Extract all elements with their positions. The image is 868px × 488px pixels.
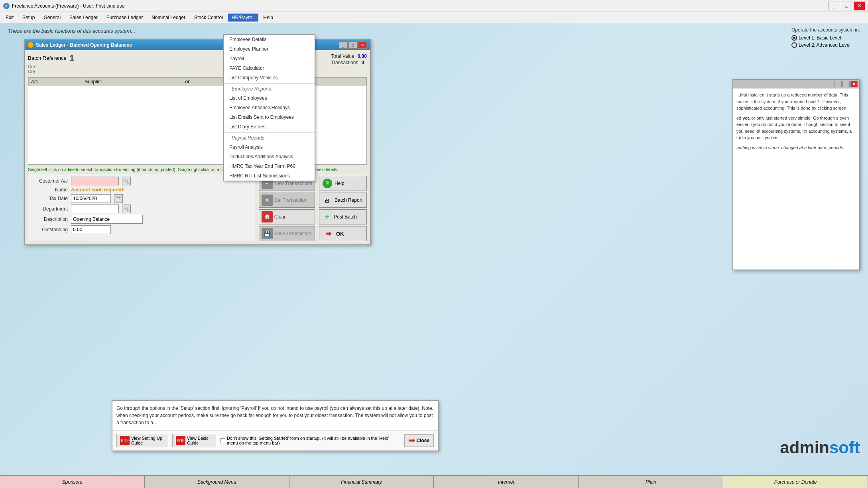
post-batch-icon: + — [323, 213, 331, 221]
maximize-button[interactable]: □ — [841, 2, 852, 10]
help-titlebar: _ □ ✕ — [733, 80, 859, 89]
sl-body: Batch Reference 1 Cre Cre Total Value 0.… — [25, 50, 370, 244]
close-button[interactable]: ✕ — [854, 2, 865, 10]
level1-radio[interactable] — [791, 35, 797, 41]
dropdown-list-employees[interactable]: List of Employees — [224, 93, 315, 103]
del-transaction-icon: ✕ — [262, 195, 273, 206]
menu-purchase[interactable]: Purchase Ledger — [102, 14, 147, 22]
dropdown-list-diary[interactable]: List Diary Entries — [224, 122, 315, 132]
sl-minimize[interactable]: _ — [339, 41, 348, 49]
outstanding-label: Outstanding — [28, 227, 68, 232]
printer-icon: 🖨 — [323, 195, 332, 205]
tax-date-input[interactable] — [71, 194, 111, 203]
gs-close-button[interactable]: ➡ Close — [404, 434, 434, 447]
dropdown-hmrc-p60[interactable]: HMRC Tax Year End Form P60 — [224, 161, 315, 171]
ok-label: OK — [336, 231, 344, 237]
help-win-maximize[interactable]: □ — [842, 81, 850, 87]
description-input[interactable] — [71, 215, 143, 224]
adminsoft-brand: adminsoft — [780, 438, 860, 457]
dropdown-paye-calc[interactable]: PAYE Calculator — [224, 63, 315, 73]
sl-window-icon — [28, 42, 33, 48]
sl-titlebar-left: Sales Ledger - Batched Opening Balances — [28, 42, 132, 48]
level2-label: Level 2: Advanced Level — [799, 42, 850, 48]
del-transaction-label: Del Transaction — [274, 197, 307, 203]
view-basic-label: View Basic Guide — [187, 436, 213, 445]
total-value: 0.00 — [358, 53, 367, 59]
sl-window-title: Sales Ledger - Batched Opening Balances — [36, 42, 132, 48]
sl-info-row: Batch Reference 1 Cre Cre Total Value 0.… — [28, 53, 367, 74]
dropdown-hmrc-rti[interactable]: HMRC RTI List Submissions — [224, 171, 315, 181]
title-bar-left: a Freelance Accounts (Freeware) - User: … — [3, 3, 126, 9]
dropdown-payroll-analysis[interactable]: Payroll Analysis — [224, 142, 315, 152]
menu-bar: Exit Setup General Sales Ledger Purchase… — [0, 12, 868, 23]
help-text-3: nothing is set in stone. changed at a la… — [736, 144, 856, 151]
dont-show-checkbox[interactable]: Don't show this 'Getting Started' form o… — [220, 436, 400, 445]
level1-label: Level 1: Basic Level — [799, 35, 841, 41]
view-setting-btn[interactable]: PDF View Setting Up Guide — [116, 434, 168, 447]
outstanding-input[interactable] — [71, 225, 111, 234]
batch-report-label: Batch Report — [335, 197, 362, 203]
view-basic-btn[interactable]: PDF View Basic Guide — [172, 434, 216, 447]
menu-general[interactable]: General — [39, 14, 65, 22]
department-search[interactable]: 🔍 — [122, 205, 131, 213]
transactions-value: 0 — [361, 60, 364, 65]
menu-hr[interactable]: HR/Payroll — [228, 14, 258, 22]
menu-setup[interactable]: Setup — [18, 14, 39, 22]
dropdown-payroll-reports-header: Payroll Reports — [224, 134, 315, 142]
dropdown-list-emails[interactable]: List Emails Sent to Employees — [224, 112, 315, 122]
clear-icon: 🗑 — [262, 211, 273, 222]
del-transaction-button[interactable]: ✕ Del Transaction — [259, 193, 315, 208]
taskbar-internet[interactable]: Internet — [434, 476, 579, 488]
taskbar-plain[interactable]: Plain — [579, 476, 723, 488]
taskbar-purchase[interactable]: Purchase or Donate — [723, 476, 868, 488]
main-content: These are the basic functions of this ac… — [0, 23, 868, 475]
dropdown-employee-planner[interactable]: Employee Planner — [224, 44, 315, 54]
sl-form: Customer A/c 🔍 Name Account code require… — [28, 174, 255, 241]
menu-exit[interactable]: Exit — [2, 14, 18, 22]
level2-option[interactable]: Level 2: Advanced Level — [791, 42, 860, 48]
sl-close[interactable]: ✕ — [358, 41, 367, 49]
form-and-buttons: Customer A/c 🔍 Name Account code require… — [28, 174, 367, 241]
menu-nominal[interactable]: Nominal Ledger — [148, 14, 189, 22]
help-button[interactable]: ? Help — [319, 176, 367, 191]
customer-ac-label: Customer A/c — [28, 178, 68, 184]
dropdown-employee-absence[interactable]: Employee Absence/Holidays — [224, 103, 315, 112]
level-options: Level 1: Basic Level Level 2: Advanced L… — [791, 35, 860, 48]
menu-stock[interactable]: Stock Control — [190, 14, 227, 22]
department-input[interactable] — [71, 205, 119, 213]
gs-close-label: Close — [416, 438, 429, 443]
help-win-close[interactable]: ✕ — [850, 81, 858, 87]
tax-date-label: Tax Date — [28, 196, 68, 201]
transactions-label: Transactions — [331, 60, 358, 65]
taskbar-sponsors[interactable]: Sponsors — [0, 476, 145, 488]
dropdown-payroll[interactable]: Payroll — [224, 54, 315, 63]
help-body: ...first installed it starts up a reduce… — [733, 89, 859, 270]
level2-radio[interactable] — [791, 42, 797, 48]
description-row: Description — [28, 215, 255, 224]
help-win-minimize[interactable]: _ — [835, 81, 842, 87]
clear-button[interactable]: 🗑 Clear — [259, 209, 315, 224]
batch-report-button[interactable]: 🖨 Batch Report — [319, 193, 367, 208]
col-supplier: Supplier — [82, 78, 183, 86]
level1-option[interactable]: Level 1: Basic Level — [791, 35, 860, 41]
minimize-button[interactable]: _ — [828, 2, 839, 10]
post-batch-button[interactable]: + Post Batch — [319, 209, 367, 224]
tax-date-picker[interactable]: 📅 — [114, 194, 123, 203]
save-transaction-button[interactable]: 💾 Save Transaction — [259, 226, 315, 241]
sl-table-container[interactable]: A/c Supplier on Outstanding — [28, 77, 367, 165]
ok-button[interactable]: ➡ OK — [319, 226, 367, 241]
dropdown-deductions[interactable]: Deductions/Additions Analysis — [224, 152, 315, 161]
customer-ac-search[interactable]: 🔍 — [122, 177, 131, 185]
dropdown-employee-details[interactable]: Employee Details — [224, 35, 315, 44]
menu-help[interactable]: Help — [259, 14, 277, 22]
menu-sales[interactable]: Sales Ledger — [65, 14, 102, 22]
taskbar-background[interactable]: Background Menu — [145, 476, 289, 488]
left-action-buttons: + New Transactions ✕ Del Transaction 🗑 C… — [259, 176, 315, 241]
dont-show-input[interactable] — [220, 438, 225, 443]
dropdown-list-company-vehicles[interactable]: List Company Vehicles — [224, 73, 315, 83]
sl-maximize[interactable]: □ — [348, 41, 357, 49]
hr-dropdown-menu: Employee Details Employee Planner Payrol… — [223, 34, 315, 181]
taskbar-financial[interactable]: Financial Summary — [289, 476, 434, 488]
customer-ac-input[interactable] — [71, 177, 119, 185]
gs-body: Go through the options in the 'Setup' se… — [112, 401, 438, 430]
